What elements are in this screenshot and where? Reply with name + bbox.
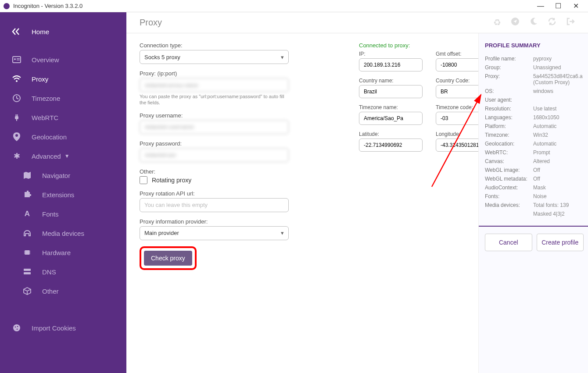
sidebar-navigator-label: Navigator (42, 172, 70, 179)
rotating-proxy-checkbox[interactable] (140, 176, 147, 184)
sidebar-extensions-label: Extensions (42, 191, 74, 199)
svg-point-1 (14, 58, 16, 60)
summary-val: Off (533, 176, 588, 182)
sidebar-media-devices[interactable]: Media devices (0, 224, 126, 243)
summary-separator (479, 226, 588, 227)
proxy-username-input[interactable] (140, 120, 289, 134)
summary-key: WebGL image: (485, 167, 533, 173)
tz-name-value (359, 112, 423, 125)
summary-val: Automatic (533, 141, 588, 147)
svg-point-22 (17, 326, 18, 327)
moon-icon[interactable] (529, 17, 538, 28)
wifi-icon (11, 75, 23, 83)
summary-val: windows (533, 88, 588, 94)
sidebar-import-cookies-label: Import Cookies (32, 324, 76, 332)
sidebar-advanced[interactable]: ✱ Advanced ▼ (0, 146, 126, 166)
country-name-value (359, 85, 423, 98)
summary-row: Geolocation:Automatic (485, 141, 588, 147)
check-proxy-button[interactable]: Check proxy (144, 251, 192, 266)
summary-row: Media devices:Total fonts: 139 (485, 202, 588, 208)
summary-val: Noise (533, 193, 588, 199)
sidebar-timezone-label: Timezone (32, 95, 60, 102)
sidebar-overview[interactable]: Overview (0, 50, 126, 69)
app-icon (4, 3, 10, 9)
refresh-icon[interactable] (548, 17, 556, 28)
create-profile-button[interactable]: Create profile (537, 234, 584, 251)
lat-value (359, 139, 423, 152)
box-icon (21, 287, 33, 295)
proxy-password-input[interactable] (140, 148, 289, 162)
cookie-icon (11, 323, 23, 332)
sidebar-geolocation[interactable]: Geolocation (0, 127, 126, 146)
proxy-ipport-input[interactable] (140, 78, 289, 92)
sidebar-extensions[interactable]: Extensions (0, 185, 126, 204)
summary-row: WebGL image:Off (485, 167, 588, 173)
summary-key: Media devices: (485, 202, 533, 208)
summary-row: WebGL metadata:Off (485, 176, 588, 182)
sidebar-other[interactable]: Other (0, 281, 126, 301)
cancel-button[interactable]: Cancel (485, 234, 532, 251)
proxy-help-text: You can paste the proxy as "url:port:use… (140, 93, 289, 106)
sidebar-media-devices-label: Media devices (42, 230, 84, 237)
sidebar-dns[interactable]: DNS (0, 262, 126, 281)
sidebar-navigator[interactable]: Navigator (0, 166, 126, 185)
rotation-api-input[interactable] (140, 198, 289, 212)
check-proxy-highlight: Check proxy (140, 246, 197, 270)
summary-val: Masked 4|3|2 (533, 211, 588, 217)
sidebar-home-label: Home (32, 28, 49, 36)
recycle-icon[interactable]: ♻ (493, 17, 501, 28)
summary-key: Group: (485, 64, 533, 71)
summary-val: Total fonts: 139 (533, 202, 588, 208)
app-body: Home Overview Proxy Timezone WebRTC (0, 12, 588, 373)
rotation-api-label: Proxy rotation API url: (140, 190, 289, 197)
chip-icon (21, 248, 33, 257)
content: Connection type: Socks 5 proxy Proxy: (i… (126, 33, 588, 373)
main-panel: Proxy ♻ Connection type: (126, 12, 588, 373)
summary-row: Group:Unassigned (485, 64, 588, 71)
sidebar-import-cookies[interactable]: Import Cookies (0, 318, 126, 337)
server-icon (21, 267, 33, 276)
sidebar-proxy[interactable]: Proxy (0, 69, 126, 89)
provider-value: Main provider (144, 230, 179, 236)
summary-row: Profile name:pyproxy (485, 56, 588, 62)
lat-label: Latitude: (359, 131, 423, 137)
connection-type-select[interactable]: Socks 5 proxy (140, 50, 289, 64)
summary-row: Languages:1680x1050 (485, 114, 588, 121)
sidebar-hardware[interactable]: Hardware (0, 243, 126, 262)
tz-name-label: Timezone name: (359, 104, 423, 110)
summary-key: Languages: (485, 114, 533, 121)
summary-val: Prompt (533, 149, 588, 156)
summary-row: Resolution:Use latest (485, 106, 588, 112)
send-icon[interactable] (511, 17, 520, 28)
provider-label: Proxy information provider: (140, 218, 289, 225)
sidebar-webrtc[interactable]: WebRTC (0, 108, 126, 127)
maximize-button[interactable]: ☐ (549, 0, 567, 12)
ip-label: IP: (359, 51, 423, 57)
summary-val: Altered (533, 158, 588, 164)
summary-val: Mask (533, 185, 588, 191)
ip-value (359, 58, 423, 71)
summary-val: Use latest (533, 106, 588, 112)
sidebar-timezone[interactable]: Timezone (0, 89, 126, 108)
summary-key: Timezone: (485, 132, 533, 138)
proxy-password-label: Proxy password: (140, 140, 289, 147)
summary-key: User agent: (485, 97, 533, 103)
provider-select[interactable]: Main provider (140, 226, 289, 240)
sidebar-fonts[interactable]: A Fonts (0, 204, 126, 224)
summary-val: Win32 (533, 132, 588, 138)
sidebar-hardware-label: Hardware (42, 249, 71, 256)
logout-icon[interactable] (566, 17, 575, 28)
sidebar: Home Overview Proxy Timezone WebRTC (0, 12, 126, 373)
svg-rect-7 (16, 114, 17, 116)
sidebar-home[interactable]: Home (0, 18, 126, 45)
summary-row: OS:windows (485, 88, 588, 94)
close-button[interactable]: ✕ (567, 0, 584, 12)
summary-row: Canvas:Altered (485, 158, 588, 164)
summary-row: Masked 4|3|2 (485, 211, 588, 217)
sidebar-dns-label: DNS (42, 268, 56, 276)
minimize-button[interactable]: — (532, 0, 549, 12)
asterisk-icon: ✱ (11, 152, 23, 160)
topbar: Proxy ♻ (126, 12, 588, 33)
connection-type-value: Socks 5 proxy (144, 54, 180, 60)
sidebar-fonts-label: Fonts (42, 210, 59, 218)
